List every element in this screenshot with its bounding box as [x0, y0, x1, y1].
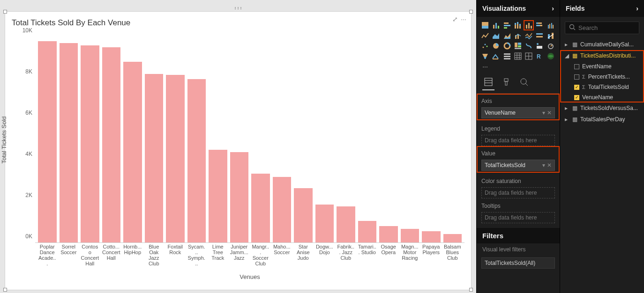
fields-header[interactable]: Fields ›: [560, 0, 644, 17]
viz-type-icon[interactable]: [513, 41, 523, 51]
field-table[interactable]: ▸▦TicketsSoldVersusSa...: [560, 103, 644, 114]
viz-type-icon[interactable]: [480, 51, 490, 61]
viz-type-icon[interactable]: [491, 31, 501, 40]
viz-type-icon[interactable]: [491, 21, 501, 30]
viz-type-icon[interactable]: [502, 51, 512, 61]
resize-handle-nw[interactable]: [3, 10, 7, 14]
viz-type-icon[interactable]: [546, 41, 555, 51]
viz-type-icon[interactable]: [513, 31, 523, 40]
resize-handle-se[interactable]: [469, 288, 473, 292]
field-item[interactable]: ΣPercentTickets...: [560, 72, 644, 82]
y-tick: 4K: [25, 151, 32, 157]
tooltips-well[interactable]: Tooltips Drag data fields here: [477, 198, 560, 223]
viz-type-icon[interactable]: [491, 41, 501, 51]
fields-search[interactable]: [565, 22, 639, 34]
viz-type-icon[interactable]: [502, 41, 512, 51]
remove-icon[interactable]: ✕: [547, 110, 552, 116]
bar[interactable]: [379, 226, 398, 242]
viz-type-icon[interactable]: [480, 21, 490, 30]
bar[interactable]: [273, 177, 292, 242]
bar[interactable]: [123, 62, 142, 242]
viz-type-icon[interactable]: [546, 21, 555, 30]
y-tick: 10K: [22, 27, 32, 34]
svg-rect-30: [553, 25, 554, 29]
axis-field-item[interactable]: VenueName ▾✕: [481, 107, 555, 118]
viz-type-icon[interactable]: [524, 31, 533, 40]
viz-type-icon[interactable]: [524, 51, 533, 61]
field-item[interactable]: EventName: [560, 61, 644, 72]
y-tick: 0K: [25, 233, 32, 240]
bar[interactable]: [81, 45, 99, 242]
checkbox-icon[interactable]: ✓: [574, 95, 579, 100]
viz-type-icon[interactable]: [480, 41, 490, 51]
viz-type-icon[interactable]: [480, 31, 490, 40]
field-table[interactable]: ◢▦TicketSalesDistributi...: [560, 50, 644, 61]
bar[interactable]: [60, 43, 78, 242]
viz-type-icon[interactable]: [502, 21, 512, 30]
bar[interactable]: [145, 74, 164, 242]
search-input[interactable]: [578, 24, 644, 31]
viz-type-icon[interactable]: [546, 31, 555, 40]
more-visuals-icon[interactable]: ···: [480, 62, 490, 71]
viz-type-icon[interactable]: [535, 21, 544, 30]
field-item[interactable]: ✓VenueName: [560, 92, 644, 103]
viz-type-icon[interactable]: R: [535, 51, 544, 61]
bar[interactable]: [358, 221, 377, 242]
viz-type-icon[interactable]: [546, 51, 555, 61]
report-canvas[interactable]: ⤢ ··· Total Tickets Sold By Each Venue T…: [0, 0, 476, 293]
bar[interactable]: [187, 79, 206, 242]
viz-type-icon[interactable]: [502, 31, 512, 40]
bar[interactable]: [401, 229, 419, 242]
bar[interactable]: [422, 231, 441, 242]
svg-rect-39: [552, 33, 554, 39]
bar[interactable]: [294, 188, 313, 242]
chart-title: Total Tickets Sold By Each Venue: [5, 12, 471, 29]
bar[interactable]: [443, 234, 462, 242]
more-options-icon[interactable]: ···: [461, 15, 466, 23]
dropdown-icon[interactable]: ▾: [542, 110, 545, 116]
chevron-right-icon[interactable]: ›: [636, 5, 638, 12]
expand-icon: ▸: [565, 105, 569, 111]
legend-well[interactable]: Legend Drag data fields here: [477, 121, 560, 146]
visualizations-header[interactable]: Visualizations ›: [477, 0, 560, 17]
bar[interactable]: [315, 205, 334, 242]
color-saturation-well[interactable]: Color saturation Drag data fields here: [477, 174, 560, 198]
field-table[interactable]: ▸▦CumulativeDailySal...: [560, 39, 644, 50]
analytics-mode-tab[interactable]: [518, 76, 530, 90]
checkbox-icon[interactable]: [574, 74, 579, 80]
visual-drag-handle[interactable]: [5, 5, 472, 11]
bar[interactable]: [166, 75, 185, 242]
viz-type-icon[interactable]: [491, 51, 501, 61]
svg-rect-72: [504, 79, 508, 81]
viz-type-icon[interactable]: [513, 21, 523, 30]
checkbox-icon[interactable]: [574, 64, 579, 69]
axis-well[interactable]: Axis VenueName ▾✕: [477, 94, 560, 120]
resize-handle-ne[interactable]: [469, 10, 473, 14]
viz-type-icon[interactable]: [535, 41, 544, 51]
remove-icon[interactable]: ✕: [547, 162, 552, 168]
field-item[interactable]: ✓ΣTotalTicketsSold: [560, 82, 644, 92]
svg-rect-17: [517, 22, 518, 24]
value-well[interactable]: Value TotalTicketsSold ▾✕: [477, 146, 560, 173]
bar[interactable]: [230, 152, 249, 242]
format-mode-tab[interactable]: [500, 76, 512, 90]
viz-type-icon[interactable]: [513, 51, 523, 61]
bar[interactable]: [102, 47, 121, 242]
viz-type-icon[interactable]: [535, 31, 544, 40]
focus-mode-icon[interactable]: ⤢: [452, 15, 458, 23]
checkbox-icon[interactable]: ✓: [574, 85, 579, 90]
dropdown-icon[interactable]: ▾: [542, 162, 545, 168]
viz-type-icon[interactable]: [524, 21, 533, 30]
filter-item[interactable]: TotalTicketsSold(All): [481, 257, 555, 269]
fields-mode-tab[interactable]: [482, 76, 494, 90]
bar[interactable]: [251, 174, 270, 242]
chart-visual[interactable]: ⤢ ··· Total Tickets Sold By Each Venue T…: [5, 11, 472, 290]
viz-type-icon[interactable]: [524, 41, 533, 51]
value-field-item[interactable]: TotalTicketsSold ▾✕: [481, 160, 555, 171]
field-table[interactable]: ▸▦TotalSalesPerDay: [560, 114, 644, 125]
chevron-right-icon[interactable]: ›: [552, 5, 554, 12]
resize-handle-sw[interactable]: [3, 288, 7, 292]
bar[interactable]: [38, 41, 57, 242]
bar[interactable]: [337, 206, 355, 242]
bar[interactable]: [209, 150, 227, 242]
